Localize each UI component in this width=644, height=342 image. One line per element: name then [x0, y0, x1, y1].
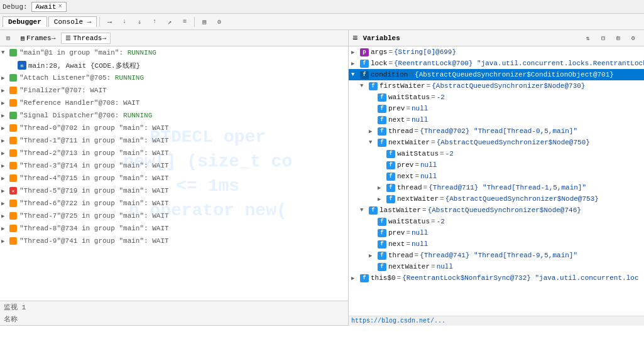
evaluate-btn[interactable]: ≡	[178, 16, 192, 28]
expand-thread-1[interactable]: ▶	[369, 128, 378, 135]
thread-item-refhandler[interactable]: ▶ "Reference Handler"@708: WAIT	[0, 97, 348, 109]
debug-label: Debug:	[3, 3, 28, 11]
thread-item-finalizer[interactable]: ▶ "Finalizer"@707: WAIT	[0, 84, 348, 97]
thread-item-t1[interactable]: ▶ "Thread-1"@711 in group "main": WAIT	[0, 134, 348, 147]
expand-arrow-attach[interactable]: ▶	[1, 75, 9, 82]
expand-arrow-t4[interactable]: ▶	[1, 175, 9, 182]
badge-this0: f	[360, 274, 369, 282]
var-waitStatus-1[interactable]: ▶ f waitStatus = -2	[349, 92, 644, 103]
thread-item-sigdisp[interactable]: ▶ "Signal Dispatcher"@706: RUNNING	[0, 109, 348, 122]
var-waitStatus-lw[interactable]: ▶ f waitStatus = -2	[349, 216, 644, 227]
expand-thread-2[interactable]: ▶	[378, 184, 386, 191]
var-prev-lw[interactable]: ▶ f prev = null	[349, 227, 644, 238]
var-prev-1[interactable]: ▶ f prev = null	[349, 103, 644, 114]
expand-this0[interactable]: ▶	[351, 275, 360, 282]
threads-tab-icon: ☰	[65, 35, 71, 42]
var-thread-2[interactable]: ▶ f thread = {Thread@711} "Thread[Thread…	[349, 182, 644, 193]
varname-lock: lock	[371, 60, 387, 67]
thread-item-t6[interactable]: ▶ "Thread-6"@722 in group "main": WAIT	[0, 197, 348, 210]
eq-condition: =	[409, 71, 413, 78]
thread-item-t4[interactable]: ▶ "Thread-4"@715 in group "main": WAIT	[0, 172, 348, 184]
var-condition[interactable]: ▼ f condition = {AbstractQueuedSynchroni…	[349, 69, 644, 80]
var-thread-lw[interactable]: ▶ f thread = {Thread@741} "Thread[Thread…	[349, 250, 644, 261]
step-over-btn[interactable]: ⟶	[102, 16, 116, 28]
console-tab[interactable]: Console →	[48, 16, 97, 27]
expand-nextWaiter-1[interactable]: ▼	[369, 139, 378, 146]
variables-list[interactable]: ▶ p args = {String[0]@699} ▶ f lock = {R…	[349, 46, 644, 316]
thread-item-main[interactable]: ▼ "main"@1 in group "main": RUNNING	[0, 46, 348, 59]
variables-icon: ≡	[352, 33, 357, 43]
var-nextWaiter-1[interactable]: ▼ f nextWaiter = {AbstractQueuedSynchron…	[349, 137, 644, 148]
badge-thread-1: f	[378, 127, 386, 136]
thread-list[interactable]: RTDECL oper new[] (size_t co <= 1ms n op…	[0, 46, 348, 301]
force-step-into-btn[interactable]: ⇓	[133, 16, 146, 28]
varname-this0: this$0	[371, 274, 396, 282]
var-thread-1[interactable]: ▶ f thread = {Thread@702} "Thread[Thread…	[349, 126, 644, 137]
step-out-btn[interactable]: ↑	[148, 16, 161, 28]
eq-lock: =	[388, 60, 393, 67]
thread-item-t5[interactable]: ▶ ✕ "Thread-5"@719 in group "main": WAIT	[0, 184, 348, 197]
expand-arrow-t1[interactable]: ▶	[1, 137, 9, 144]
thread-item-t3[interactable]: ▶ "Thread-3"@714 in group "main": WAIT	[0, 159, 348, 172]
sub-toolbar-icon-1[interactable]: ⊞	[1, 32, 15, 45]
vars-expand-btn[interactable]: ⊞	[611, 32, 625, 45]
expand-firstWaiter[interactable]: ▼	[360, 83, 369, 89]
var-this0[interactable]: ▶ f this$0 = {ReentrantLock$NonfairSync@…	[349, 272, 644, 284]
var-lastWaiter[interactable]: ▼ f lastWaiter = {AbstractQueuedSynchron…	[349, 205, 644, 216]
expand-arrow-main[interactable]: ▼	[1, 50, 9, 56]
expand-arrow-t5[interactable]: ▶	[1, 188, 9, 195]
toolbar-separator-1	[99, 17, 100, 27]
step-into-btn[interactable]: ↓	[117, 16, 131, 28]
frames-btn[interactable]: ▤	[197, 16, 211, 28]
expand-arrow-t7[interactable]: ▶	[1, 213, 9, 220]
expand-arrow-refhandler[interactable]: ▶	[1, 100, 9, 107]
thread-item-t2[interactable]: ▶ "Thread-2"@713 in group "main": WAIT	[0, 147, 348, 159]
var-nextWaiter-lw[interactable]: ▶ f nextWaiter = null	[349, 261, 644, 272]
thread-item-t7[interactable]: ▶ "Thread-7"@725 in group "main": WAIT	[0, 210, 348, 222]
frame-item-main[interactable]: m main:28, Await {CODE.多线程}	[0, 59, 348, 72]
var-args[interactable]: ▶ p args = {String[0]@699}	[349, 46, 644, 58]
thread-icon-sigdisp	[9, 111, 18, 120]
thread-item-attach[interactable]: ▶ "Attach Listener"@705: RUNNING	[0, 72, 348, 84]
varname-waitStatus-lw: waitStatus	[388, 218, 430, 225]
expand-arrow-t0[interactable]: ▶	[1, 125, 9, 132]
badge-next-2: f	[386, 173, 395, 181]
vars-sort-btn[interactable]: ⇅	[581, 32, 595, 45]
threads-tab[interactable]: ☰ Threads→	[61, 33, 111, 44]
settings-btn[interactable]: ⚙	[212, 16, 226, 28]
expand-condition[interactable]: ▼	[351, 72, 360, 78]
var-nextWaiter-2[interactable]: ▶ f nextWaiter = {AbstractQueuedSynchron…	[349, 193, 644, 205]
var-next-2[interactable]: ▶ f next = null	[349, 171, 644, 182]
url-bar: https://blog.csdn.net/...	[349, 316, 644, 326]
await-tab[interactable]: Await ×	[31, 2, 67, 12]
name-bar: 名称	[0, 313, 348, 326]
expand-arrow-t3[interactable]: ▶	[1, 163, 9, 169]
expand-arrow-finalizer[interactable]: ▶	[1, 87, 9, 94]
thread-item-t8[interactable]: ▶ "Thread-8"@734 in group "main": WAIT	[0, 222, 348, 235]
expand-args[interactable]: ▶	[351, 49, 360, 56]
expand-nextWaiter-2[interactable]: ▶	[378, 196, 386, 203]
frames-tab[interactable]: ▤ Frames→	[16, 33, 60, 44]
eq-next-2: =	[415, 173, 419, 180]
debugger-tab[interactable]: Debugger	[3, 16, 47, 27]
var-waitStatus-2[interactable]: ▶ f waitStatus = -2	[349, 148, 644, 159]
thread-item-t0[interactable]: ▶ "Thread-0"@702 in group "main": WAIT	[0, 122, 348, 134]
var-firstWaiter[interactable]: ▼ f firstWaiter = {AbstractQueuedSynchro…	[349, 80, 644, 92]
expand-lastWaiter[interactable]: ▼	[360, 207, 369, 213]
var-lock[interactable]: ▶ f lock = {ReentrantLock@700} "java.uti…	[349, 58, 644, 69]
expand-arrow-t8[interactable]: ▶	[1, 225, 9, 232]
expand-thread-lw[interactable]: ▶	[369, 252, 378, 259]
var-next-lw[interactable]: ▶ f next = null	[349, 238, 644, 250]
expand-arrow-t2[interactable]: ▶	[1, 150, 9, 157]
run-to-cursor-btn[interactable]: ↗	[163, 16, 177, 28]
vars-settings-btn[interactable]: ⚙	[626, 32, 640, 45]
expand-arrow-t9[interactable]: ▶	[1, 238, 9, 245]
expand-arrow-t6[interactable]: ▶	[1, 200, 9, 207]
await-tab-close[interactable]: ×	[58, 3, 62, 10]
thread-item-t9[interactable]: ▶ "Thread-9"@741 in group "main": WAIT	[0, 235, 348, 247]
var-prev-2[interactable]: ▶ f prev = null	[349, 159, 644, 171]
expand-arrow-sigdisp[interactable]: ▶	[1, 112, 9, 119]
var-next-1[interactable]: ▶ f next = null	[349, 114, 644, 126]
expand-lock[interactable]: ▶	[351, 60, 360, 67]
vars-filter-btn[interactable]: ⊟	[596, 32, 610, 45]
